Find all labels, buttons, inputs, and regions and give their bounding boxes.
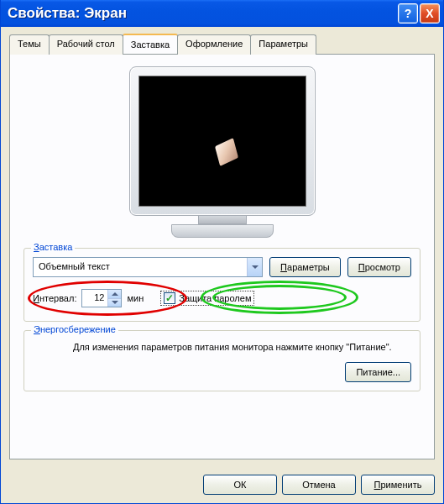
titlebar: Свойства: Экран ? X (1, 0, 443, 27)
monitor-preview (24, 66, 420, 238)
screensaver-preview-button[interactable]: Просмотр (347, 257, 411, 277)
interval-spinner[interactable]: 12 (81, 289, 122, 307)
monitor-base (171, 224, 274, 238)
close-button[interactable]: X (420, 3, 440, 24)
power-button[interactable]: Питание... (345, 362, 411, 382)
combobox-dropdown-button[interactable] (247, 258, 262, 276)
help-button[interactable]: ? (398, 3, 418, 24)
monitor (129, 66, 316, 238)
monitor-bezel (129, 66, 316, 216)
screensaver-object-icon (214, 138, 238, 166)
energy-legend: Энергосбережение (31, 324, 118, 334)
energy-button-row: Питание... (33, 362, 411, 382)
screensaver-legend: Заставка (31, 242, 75, 252)
tab-appearance[interactable]: Оформление (177, 34, 251, 55)
spinner-buttons (107, 290, 121, 307)
energy-body: Для изменения параметров питания монитор… (33, 339, 411, 382)
content-area: Темы Рабочий стол Заставка Оформление Па… (1, 27, 443, 468)
close-icon: X (426, 7, 433, 20)
tab-desktop[interactable]: Рабочий стол (49, 34, 123, 55)
screensaver-combobox-value: Объемный текст (34, 258, 247, 276)
tab-settings[interactable]: Параметры (250, 34, 316, 55)
help-icon: ? (405, 7, 412, 20)
energy-text-col: Для изменения параметров питания монитор… (33, 339, 411, 382)
energy-group: Энергосбережение Для изменения параметро… (24, 330, 420, 391)
cancel-button[interactable]: Отмена (282, 475, 356, 495)
window-title: Свойства: Экран (8, 5, 398, 22)
chevron-down-icon (112, 299, 118, 306)
password-protect-checkbox-wrap[interactable]: ✓ Защита паролем (160, 291, 254, 306)
interval-value: 12 (82, 290, 107, 307)
apply-button[interactable]: Применить (361, 475, 435, 495)
ok-button[interactable]: ОК (203, 475, 277, 495)
password-protect-label: Защита паролем (179, 293, 251, 303)
energy-description: Для изменения параметров питания монитор… (33, 341, 411, 354)
monitor-neck (198, 216, 247, 224)
password-protect-checkbox[interactable]: ✓ (164, 292, 175, 304)
tabs-row: Темы Рабочий стол Заставка Оформление Па… (9, 34, 435, 54)
chevron-down-icon (252, 264, 259, 270)
interval-unit: мин (127, 293, 144, 303)
screensaver-params-button[interactable]: Параметры (269, 257, 341, 277)
titlebar-buttons: ? X (398, 3, 440, 24)
tab-themes[interactable]: Темы (9, 34, 50, 55)
spinner-down-button[interactable] (108, 298, 121, 307)
monitor-screen (138, 76, 306, 207)
chevron-up-icon (112, 291, 118, 297)
screensaver-select-row: Объемный текст Параметры Просмотр (33, 257, 411, 277)
tab-panel-screensaver: Заставка Объемный текст Параметры Просмо… (9, 54, 435, 459)
spinner-up-button[interactable] (108, 290, 121, 298)
screensaver-combobox[interactable]: Объемный текст (33, 257, 263, 277)
interval-label: Интервал: (33, 293, 76, 303)
interval-row: Интервал: 12 мин (33, 289, 411, 307)
screensaver-group: Заставка Объемный текст Параметры Просмо… (24, 248, 420, 322)
display-properties-window: Свойства: Экран ? X Темы Рабочий стол За… (0, 0, 444, 504)
dialog-buttons: ОК Отмена Применить (1, 468, 443, 503)
checkmark-icon: ✓ (165, 293, 174, 303)
tab-screensaver[interactable]: Заставка (123, 34, 178, 54)
